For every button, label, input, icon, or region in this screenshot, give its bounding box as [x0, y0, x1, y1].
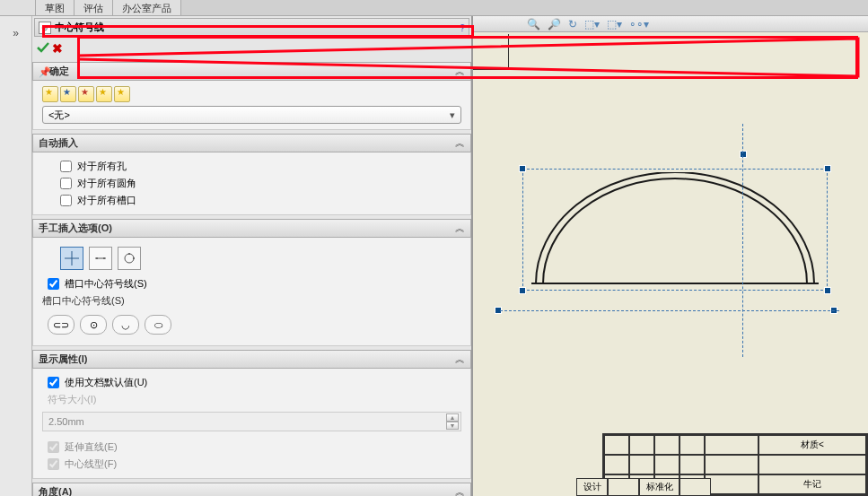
tb-sign: 牛记 [758, 474, 866, 494]
spin-up-icon: ▲ [446, 413, 459, 422]
section-angle[interactable]: 角度(A) ︽ [32, 483, 471, 496]
chk-ext-lines: 延伸直线(E) [42, 439, 461, 456]
section-display[interactable]: 显示属性(I) ︽ [32, 350, 471, 369]
centerline-horizontal [500, 310, 839, 311]
centerline-vertical [742, 124, 743, 357]
selection-handle[interactable] [519, 287, 526, 294]
chevron-up-icon: ︽ [455, 485, 465, 496]
auto-insert-label: 自动插入 [39, 136, 455, 150]
selection-handle[interactable] [824, 287, 831, 294]
zoom-fit-icon[interactable]: 🔍 [527, 18, 540, 30]
favorite-star-default-icon[interactable] [42, 86, 58, 102]
rotate-icon[interactable]: ↻ [568, 18, 577, 30]
display-label: 显示属性(I) [39, 352, 455, 366]
mark-size-input: 2.50mm ▲▼ [42, 412, 461, 431]
confirm-ok-icon[interactable] [36, 40, 50, 57]
more-icon[interactable]: ∘∘▾ [629, 18, 649, 30]
favorite-star-add-icon[interactable] [60, 86, 76, 102]
tb-material: 材质< [758, 435, 866, 455]
centermark-linear-icon[interactable] [89, 247, 112, 270]
chk-all-slots[interactable]: 对于所有槽口 [42, 192, 461, 209]
selection-handle[interactable] [519, 165, 526, 172]
pin-icon: 📌 [39, 66, 49, 77]
tab-blank[interactable] [0, 0, 36, 15]
centermark-circular-icon[interactable] [118, 247, 141, 270]
slot-center-sublabel: 槽口中心符号线(S) [42, 292, 461, 311]
chk-center-type: 中心线型(F) [42, 456, 461, 473]
chk-use-doc-defaults[interactable]: 使用文档默认值(U) [42, 374, 461, 391]
display-style-icon[interactable]: ⬚▾ [607, 18, 622, 30]
left-gutter: » [0, 16, 32, 496]
zoom-area-icon[interactable]: 🔎 [548, 18, 561, 30]
section-manual-insert[interactable]: 手工插入选项(O) ︽ [32, 219, 471, 238]
favorite-selected: <无> [48, 109, 70, 122]
slot-center-icon[interactable]: ⊙ [80, 315, 107, 335]
chk-slot-center[interactable]: 槽口中心符号线(S) [42, 275, 461, 292]
selection-handle[interactable] [824, 165, 831, 172]
spin-down-icon: ▼ [446, 422, 459, 430]
mark-size-label: 符号大小(I) [42, 391, 461, 408]
angle-label: 角度(A) [39, 485, 455, 496]
tb-std: 标准化 [639, 478, 679, 496]
title-block-left: 设计 标准化 [576, 478, 711, 496]
confirm-cancel-icon[interactable]: ✖ [52, 41, 63, 56]
section-auto-insert[interactable]: 自动插入 ︽ [32, 134, 471, 152]
tab-sketch[interactable]: 草图 [36, 0, 75, 15]
slot-ends-icon[interactable]: ⊂⊃ [48, 315, 75, 335]
svg-point-4 [103, 257, 105, 259]
chevron-up-icon: ︽ [455, 352, 465, 366]
arc-geometry [527, 172, 823, 287]
svg-point-6 [128, 253, 130, 255]
selection-handle[interactable] [740, 151, 747, 158]
slot-arc-icon[interactable]: ◡ [112, 315, 139, 335]
svg-point-7 [133, 257, 135, 259]
tab-evaluate[interactable]: 评估 [75, 0, 113, 15]
annotation-highlight-wide [77, 36, 858, 79]
view-toolbar: 🔍 🔎 ↻ ⬚▾ ⬚▾ ∘∘▾ [473, 16, 868, 32]
chk-all-fillets[interactable]: 对于所有圆角 [42, 175, 461, 192]
chevron-right-icon[interactable]: » [13, 27, 19, 39]
svg-point-5 [125, 254, 134, 263]
chk-all-holes[interactable]: 对于所有孔 [42, 158, 461, 175]
manual-insert-label: 手工插入选项(O) [39, 222, 455, 235]
slot-full-icon[interactable]: ⬭ [145, 315, 171, 335]
chevron-up-icon: ︽ [455, 222, 465, 235]
tab-office[interactable]: 办公室产品 [113, 0, 181, 15]
tb-design: 设计 [576, 478, 608, 496]
centermark-single-icon[interactable] [60, 247, 83, 270]
chevron-up-icon: ︽ [455, 136, 465, 150]
svg-point-3 [96, 257, 98, 259]
mark-size-value: 2.50mm [48, 416, 84, 427]
view-orient-icon[interactable]: ⬚▾ [584, 18, 600, 30]
favorite-dropdown[interactable]: <无> [42, 106, 461, 124]
